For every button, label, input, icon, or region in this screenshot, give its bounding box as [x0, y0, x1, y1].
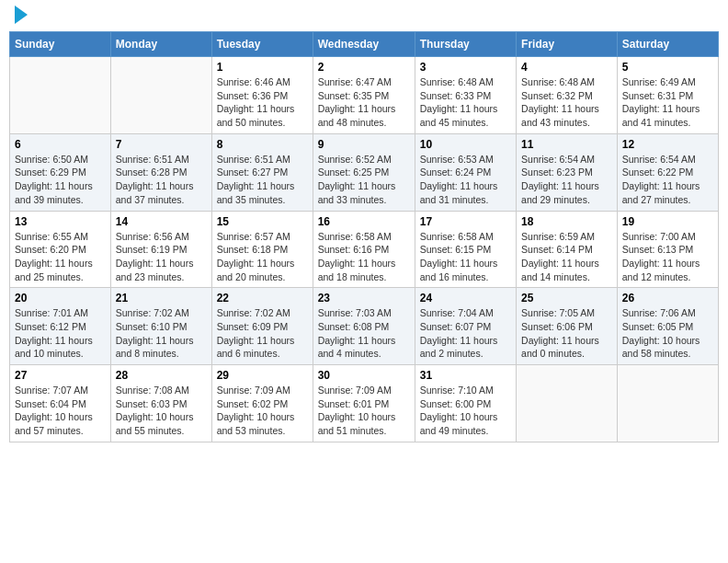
day-header-tuesday: Tuesday: [211, 32, 313, 57]
day-info: Sunrise: 7:09 AM Sunset: 6:01 PM Dayligh…: [318, 384, 410, 438]
calendar-header: SundayMondayTuesdayWednesdayThursdayFrid…: [10, 32, 719, 57]
calendar-cell: 18Sunrise: 6:59 AM Sunset: 6:14 PM Dayli…: [517, 211, 618, 288]
calendar-cell: 20Sunrise: 7:01 AM Sunset: 6:12 PM Dayli…: [10, 288, 111, 365]
calendar-cell: 30Sunrise: 7:09 AM Sunset: 6:01 PM Dayli…: [313, 365, 415, 442]
calendar-cell: [517, 365, 618, 442]
day-info: Sunrise: 6:56 AM Sunset: 6:19 PM Dayligh…: [116, 230, 207, 284]
calendar-cell: 27Sunrise: 7:07 AM Sunset: 6:04 PM Dayli…: [10, 365, 111, 442]
day-number: 6: [15, 138, 106, 151]
day-number: 19: [622, 215, 713, 228]
day-info: Sunrise: 7:00 AM Sunset: 6:13 PM Dayligh…: [622, 230, 713, 284]
day-number: 3: [420, 61, 511, 74]
day-number: 31: [420, 369, 511, 382]
calendar-cell: [10, 57, 111, 134]
day-number: 25: [521, 292, 612, 304]
calendar-week-5: 27Sunrise: 7:07 AM Sunset: 6:04 PM Dayli…: [10, 365, 719, 442]
calendar-cell: 10Sunrise: 6:53 AM Sunset: 6:24 PM Dayli…: [415, 133, 516, 211]
day-info: Sunrise: 6:58 AM Sunset: 6:16 PM Dayligh…: [318, 230, 410, 284]
day-number: 1: [217, 61, 308, 74]
calendar-cell: 12Sunrise: 6:54 AM Sunset: 6:22 PM Dayli…: [617, 133, 718, 211]
day-number: 26: [622, 292, 713, 304]
day-number: 4: [521, 61, 612, 74]
day-number: 23: [318, 292, 410, 304]
calendar-cell: [110, 57, 211, 134]
calendar-cell: 3Sunrise: 6:48 AM Sunset: 6:33 PM Daylig…: [415, 57, 516, 134]
day-number: 11: [521, 138, 612, 151]
calendar-cell: 24Sunrise: 7:04 AM Sunset: 6:07 PM Dayli…: [415, 288, 516, 365]
day-number: 21: [116, 292, 207, 304]
day-info: Sunrise: 6:51 AM Sunset: 6:28 PM Dayligh…: [116, 153, 207, 207]
day-info: Sunrise: 6:53 AM Sunset: 6:24 PM Dayligh…: [420, 153, 511, 207]
day-info: Sunrise: 7:06 AM Sunset: 6:05 PM Dayligh…: [622, 306, 713, 361]
calendar-cell: 28Sunrise: 7:08 AM Sunset: 6:03 PM Dayli…: [110, 365, 211, 442]
day-number: 22: [217, 292, 308, 304]
calendar-cell: 15Sunrise: 6:57 AM Sunset: 6:18 PM Dayli…: [211, 211, 313, 288]
calendar-cell: 13Sunrise: 6:55 AM Sunset: 6:20 PM Dayli…: [10, 211, 111, 288]
calendar-cell: 22Sunrise: 7:02 AM Sunset: 6:09 PM Dayli…: [211, 288, 313, 365]
calendar-cell: 21Sunrise: 7:02 AM Sunset: 6:10 PM Dayli…: [110, 288, 211, 365]
day-info: Sunrise: 6:51 AM Sunset: 6:27 PM Dayligh…: [217, 153, 308, 207]
day-number: 5: [622, 61, 713, 74]
calendar-week-1: 1Sunrise: 6:46 AM Sunset: 6:36 PM Daylig…: [10, 57, 719, 134]
day-info: Sunrise: 6:57 AM Sunset: 6:18 PM Dayligh…: [217, 230, 308, 284]
calendar-cell: 17Sunrise: 6:58 AM Sunset: 6:15 PM Dayli…: [415, 211, 516, 288]
day-number: 29: [217, 369, 308, 382]
day-number: 13: [15, 215, 106, 228]
day-info: Sunrise: 7:07 AM Sunset: 6:04 PM Dayligh…: [15, 384, 106, 438]
day-number: 10: [420, 138, 511, 151]
day-number: 7: [116, 138, 207, 151]
calendar-cell: 29Sunrise: 7:09 AM Sunset: 6:02 PM Dayli…: [211, 365, 313, 442]
calendar-cell: 31Sunrise: 7:10 AM Sunset: 6:00 PM Dayli…: [415, 365, 516, 442]
day-info: Sunrise: 7:01 AM Sunset: 6:12 PM Dayligh…: [15, 306, 106, 361]
day-info: Sunrise: 6:48 AM Sunset: 6:32 PM Dayligh…: [521, 75, 612, 130]
calendar-cell: 8Sunrise: 6:51 AM Sunset: 6:27 PM Daylig…: [211, 133, 313, 211]
calendar-cell: 26Sunrise: 7:06 AM Sunset: 6:05 PM Dayli…: [617, 288, 718, 365]
day-number: 2: [318, 61, 410, 74]
day-info: Sunrise: 6:59 AM Sunset: 6:14 PM Dayligh…: [521, 230, 612, 284]
logo: [13, 9, 28, 24]
day-number: 27: [15, 369, 106, 382]
calendar-cell: 1Sunrise: 6:46 AM Sunset: 6:36 PM Daylig…: [211, 57, 313, 134]
day-info: Sunrise: 7:03 AM Sunset: 6:08 PM Dayligh…: [318, 306, 410, 361]
day-info: Sunrise: 7:04 AM Sunset: 6:07 PM Dayligh…: [420, 306, 511, 361]
calendar-cell: 25Sunrise: 7:05 AM Sunset: 6:06 PM Dayli…: [517, 288, 618, 365]
calendar-cell: 7Sunrise: 6:51 AM Sunset: 6:28 PM Daylig…: [110, 133, 211, 211]
day-info: Sunrise: 7:10 AM Sunset: 6:00 PM Dayligh…: [420, 384, 511, 438]
day-info: Sunrise: 6:47 AM Sunset: 6:35 PM Dayligh…: [318, 75, 410, 130]
day-number: 28: [116, 369, 207, 382]
calendar-body: 1Sunrise: 6:46 AM Sunset: 6:36 PM Daylig…: [10, 57, 719, 442]
day-info: Sunrise: 6:50 AM Sunset: 6:29 PM Dayligh…: [15, 153, 106, 207]
day-info: Sunrise: 6:54 AM Sunset: 6:23 PM Dayligh…: [521, 153, 612, 207]
day-number: 17: [420, 215, 511, 228]
calendar-cell: 11Sunrise: 6:54 AM Sunset: 6:23 PM Dayli…: [517, 133, 618, 211]
calendar-cell: 4Sunrise: 6:48 AM Sunset: 6:32 PM Daylig…: [517, 57, 618, 134]
day-info: Sunrise: 6:46 AM Sunset: 6:36 PM Dayligh…: [217, 75, 308, 130]
calendar-cell: [617, 365, 718, 442]
day-info: Sunrise: 6:54 AM Sunset: 6:22 PM Dayligh…: [622, 153, 713, 207]
calendar-cell: 19Sunrise: 7:00 AM Sunset: 6:13 PM Dayli…: [617, 211, 718, 288]
day-info: Sunrise: 6:55 AM Sunset: 6:20 PM Dayligh…: [15, 230, 106, 284]
day-info: Sunrise: 7:02 AM Sunset: 6:10 PM Dayligh…: [116, 306, 207, 361]
day-number: 24: [420, 292, 511, 304]
day-info: Sunrise: 6:49 AM Sunset: 6:31 PM Dayligh…: [622, 75, 713, 130]
calendar-week-3: 13Sunrise: 6:55 AM Sunset: 6:20 PM Dayli…: [10, 211, 719, 288]
calendar-cell: 2Sunrise: 6:47 AM Sunset: 6:35 PM Daylig…: [313, 57, 415, 134]
day-info: Sunrise: 7:02 AM Sunset: 6:09 PM Dayligh…: [217, 306, 308, 361]
day-number: 9: [318, 138, 410, 151]
day-number: 20: [15, 292, 106, 304]
day-header-sunday: Sunday: [10, 32, 111, 57]
calendar-cell: 14Sunrise: 6:56 AM Sunset: 6:19 PM Dayli…: [110, 211, 211, 288]
day-header-thursday: Thursday: [415, 32, 516, 57]
calendar-week-2: 6Sunrise: 6:50 AM Sunset: 6:29 PM Daylig…: [10, 133, 719, 211]
day-number: 15: [217, 215, 308, 228]
day-info: Sunrise: 6:58 AM Sunset: 6:15 PM Dayligh…: [420, 230, 511, 284]
page-header: [9, 9, 719, 24]
logo-arrow-icon: [15, 6, 28, 24]
day-header-friday: Friday: [517, 32, 618, 57]
day-info: Sunrise: 7:05 AM Sunset: 6:06 PM Dayligh…: [521, 306, 612, 361]
day-info: Sunrise: 7:09 AM Sunset: 6:02 PM Dayligh…: [217, 384, 308, 438]
day-header-wednesday: Wednesday: [313, 32, 415, 57]
calendar-cell: 6Sunrise: 6:50 AM Sunset: 6:29 PM Daylig…: [10, 133, 111, 211]
calendar-cell: 23Sunrise: 7:03 AM Sunset: 6:08 PM Dayli…: [313, 288, 415, 365]
day-info: Sunrise: 6:48 AM Sunset: 6:33 PM Dayligh…: [420, 75, 511, 130]
